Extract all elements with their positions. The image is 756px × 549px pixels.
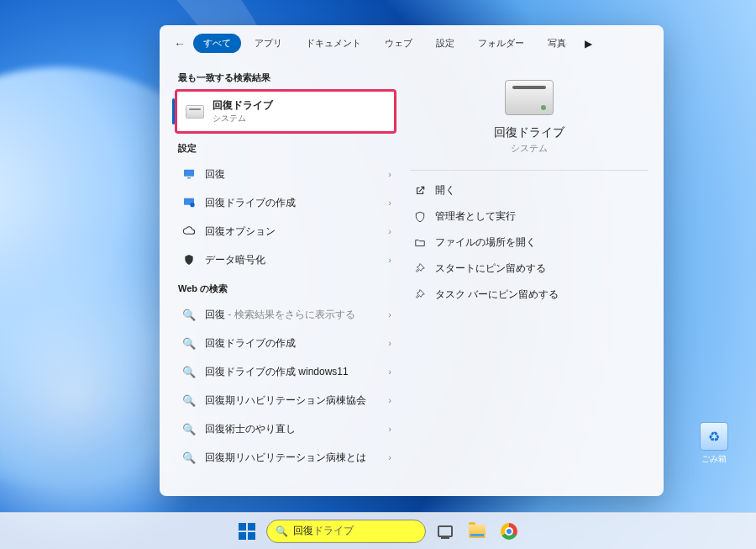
web-item[interactable]: 🔍 回復ドライブの作成 windows11 › [175, 357, 396, 386]
best-match-title: 回復ドライブ [213, 98, 273, 113]
web-item-label: 回復ドライブの作成 windows11 [205, 365, 349, 379]
tab-settings[interactable]: 設定 [426, 34, 465, 53]
action-label: ファイルの場所を開く [435, 235, 536, 250]
action-pin-taskbar[interactable]: タスク バーにピン留めする [410, 282, 648, 308]
search-icon: 🔍 [181, 450, 197, 465]
web-item-label: 回復術士のやり直し [205, 422, 296, 436]
chevron-right-icon: › [388, 255, 391, 265]
search-icon: 🔍 [181, 421, 197, 436]
search-header: ← すべて アプリ ドキュメント ウェブ 設定 フォルダー 写真 ▶ [160, 25, 664, 58]
search-query-typed: 回復 [293, 525, 313, 536]
monitor-icon [181, 166, 197, 182]
chevron-right-icon: › [388, 424, 391, 434]
recycle-bin-label: ごみ箱 [696, 453, 732, 465]
search-icon: 🔍 [181, 364, 197, 379]
chevron-right-icon: › [388, 338, 391, 348]
web-item-label: 回復期リハビリテーション病棟協会 [205, 393, 366, 408]
chevron-right-icon: › [388, 395, 391, 405]
tab-all[interactable]: すべて [193, 34, 241, 53]
settings-item-label: 回復ドライブの作成 [205, 196, 296, 210]
cloud-icon [181, 224, 197, 239]
open-icon [413, 184, 427, 198]
taskbar: 🔍 回復ドライブ [0, 512, 756, 549]
action-open[interactable]: 開く [410, 177, 648, 203]
best-match-card[interactable]: 回復ドライブ システム [175, 89, 396, 134]
monitor-gear-icon [181, 195, 197, 210]
web-item-label: 回復ドライブの作成 [205, 336, 296, 351]
shield-run-icon [413, 210, 427, 224]
search-query-suggestion: ドライブ [313, 525, 354, 536]
action-label: 管理者として実行 [435, 209, 516, 224]
web-item[interactable]: 🔍 回復期リハビリテーション病棟とは › [175, 443, 396, 472]
tab-photos[interactable]: 写真 [538, 34, 576, 53]
file-explorer-icon [469, 525, 486, 538]
tab-apps[interactable]: アプリ [244, 34, 292, 53]
web-section-label: Web の検索 [178, 282, 393, 295]
web-item-label: 回復期リハビリテーション病棟とは [205, 451, 366, 465]
shield-icon [181, 252, 197, 267]
settings-item-label: 回復 [205, 167, 225, 182]
tabs-more-button[interactable]: ▶ [580, 38, 596, 50]
chevron-right-icon: › [388, 169, 391, 179]
action-label: タスク バーにピン留めする [435, 288, 559, 302]
chrome-icon [501, 523, 517, 540]
search-icon: 🔍 [276, 525, 288, 537]
best-match-label: 最も一致する検索結果 [178, 71, 393, 84]
web-item-label: 回復 - 検索結果をさらに表示する [205, 308, 355, 322]
search-icon: 🔍 [181, 335, 197, 351]
folder-icon [413, 236, 427, 250]
preview-subtitle: システム [511, 142, 548, 155]
tab-web[interactable]: ウェブ [375, 34, 423, 53]
search-icon: 🔍 [181, 307, 197, 322]
drive-icon [505, 80, 554, 115]
svg-rect-1 [187, 177, 191, 178]
action-label: スタートにピン留めする [435, 261, 546, 276]
pin-icon [413, 262, 427, 276]
preview-column: 回復ドライブ システム 開く 管理者として実行 ファイルの場所を開く [403, 58, 664, 496]
explorer-button[interactable] [465, 519, 490, 544]
drive-icon [186, 105, 204, 119]
settings-item-recovery[interactable]: 回復 › [175, 160, 396, 188]
start-button[interactable] [234, 519, 260, 544]
action-pin-start[interactable]: スタートにピン留めする [410, 256, 648, 282]
action-open-location[interactable]: ファイルの場所を開く [410, 230, 648, 256]
tab-documents[interactable]: ドキュメント [296, 34, 371, 53]
taskview-icon [438, 525, 453, 537]
results-column: 最も一致する検索結果 回復ドライブ システム 設定 回復 › [160, 58, 403, 496]
action-label: 開く [435, 183, 455, 198]
web-item[interactable]: 🔍 回復期リハビリテーション病棟協会 › [175, 386, 396, 414]
chevron-right-icon: › [388, 226, 391, 236]
search-icon: 🔍 [181, 393, 197, 408]
settings-item-create-drive[interactable]: 回復ドライブの作成 › [175, 188, 396, 217]
windows-logo-icon [239, 523, 255, 540]
web-item[interactable]: 🔍 回復術士のやり直し › [175, 414, 396, 443]
separator [410, 170, 648, 171]
taskbar-search-input[interactable]: 🔍 回復ドライブ [266, 520, 426, 543]
action-run-admin[interactable]: 管理者として実行 [410, 203, 648, 230]
chevron-right-icon: › [388, 367, 391, 377]
chevron-right-icon: › [388, 452, 391, 462]
chevron-right-icon: › [388, 198, 391, 208]
tab-folders[interactable]: フォルダー [468, 34, 534, 53]
preview-actions: 開く 管理者として実行 ファイルの場所を開く スタートにピン留めする [410, 177, 648, 308]
best-match-subtitle: システム [213, 113, 273, 124]
settings-item-options[interactable]: 回復オプション › [175, 217, 396, 245]
search-tabs: すべて アプリ ドキュメント ウェブ 設定 フォルダー 写真 ▶ [193, 34, 596, 53]
search-flyout: ← すべて アプリ ドキュメント ウェブ 設定 フォルダー 写真 ▶ 最も一致す… [160, 25, 664, 496]
chevron-right-icon: › [388, 309, 391, 319]
recycle-bin[interactable]: ごみ箱 [696, 422, 732, 465]
settings-section-label: 設定 [178, 142, 393, 155]
settings-item-encrypt[interactable]: データ暗号化 › [175, 245, 396, 274]
settings-item-label: データ暗号化 [205, 253, 265, 267]
task-view-button[interactable] [433, 519, 458, 544]
chrome-button[interactable] [496, 519, 522, 544]
settings-item-label: 回復オプション [205, 224, 276, 239]
svg-rect-0 [184, 170, 194, 177]
recycle-bin-icon [700, 422, 728, 451]
back-button[interactable]: ← [171, 37, 188, 50]
web-item[interactable]: 🔍 回復 - 検索結果をさらに表示する › [175, 300, 396, 329]
svg-point-3 [190, 203, 194, 207]
preview-title: 回復ドライブ [494, 125, 564, 140]
pin-icon [413, 288, 427, 302]
web-item[interactable]: 🔍 回復ドライブの作成 › [175, 329, 396, 357]
